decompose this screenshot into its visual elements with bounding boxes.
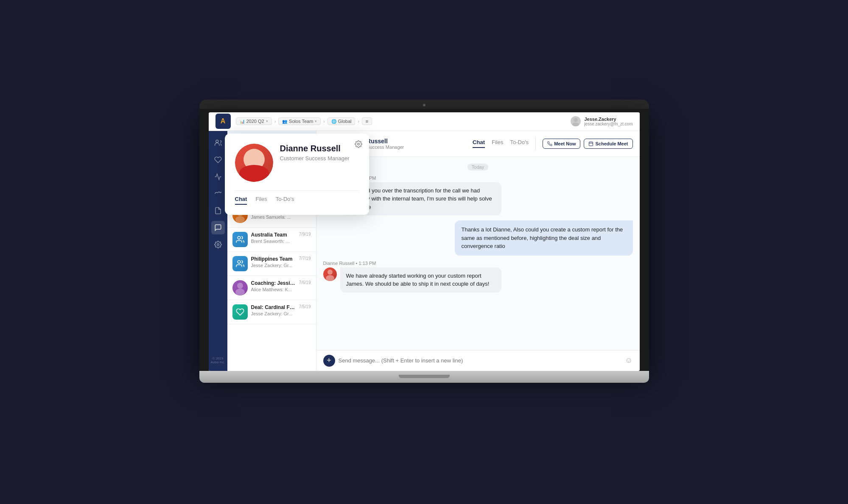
laptop-base <box>199 371 649 383</box>
conv-avatar <box>232 304 248 320</box>
conv-avatar <box>232 232 248 247</box>
breadcrumb-team[interactable]: 👥 Solos Team ▾ <box>278 117 321 125</box>
svg-point-7 <box>235 216 245 223</box>
svg-point-2 <box>215 140 218 142</box>
laptop-notch <box>399 375 450 378</box>
meet-now-button[interactable]: Meet Now <box>543 139 580 149</box>
profile-card-inner: Dianne Russell Customer Success Manager <box>235 144 359 182</box>
app-logo: A <box>215 114 231 129</box>
user-avatar-top <box>571 116 581 126</box>
top-bar: A 📊 2020 Q2 ▾ › 👥 Solos Team ▾ › <box>209 112 640 131</box>
sidebar-footer: © 2019 Aviso Inc. <box>209 355 227 366</box>
conv-item-australia[interactable]: Australia Team Brent Seaworth: ... 7/9/1… <box>227 228 316 252</box>
nav-icon-deals[interactable] <box>211 153 225 167</box>
breadcrumb-q2[interactable]: 📊 2020 Q2 ▾ <box>236 117 272 125</box>
sidebar-nav: © 2019 Aviso Inc. <box>209 131 227 371</box>
nav-icon-chat[interactable] <box>211 221 225 234</box>
svg-point-8 <box>238 236 241 239</box>
date-divider: Today <box>467 164 488 170</box>
msg-sender-label-3: Dianne Russell • 1:13 PM We have already… <box>323 261 633 292</box>
svg-point-3 <box>217 243 219 245</box>
svg-point-22 <box>357 143 359 145</box>
profile-tab-files[interactable]: Files <box>255 196 267 205</box>
conv-avatar <box>232 280 248 295</box>
breadcrumb: 📊 2020 Q2 ▾ › 👥 Solos Team ▾ › 🌐 Global <box>236 117 372 125</box>
conv-item-philippines[interactable]: Philippines Team Jesse Zackery: Gr... 7/… <box>227 252 316 276</box>
profile-card-tabs: Chat Files To-Do's <box>235 190 359 205</box>
schedule-meet-button[interactable]: Schedule Meet <box>584 139 633 149</box>
camera <box>423 104 425 106</box>
conv-avatar <box>232 256 248 271</box>
tab-files[interactable]: Files <box>492 139 503 148</box>
breadcrumb-global[interactable]: 🌐 Global <box>327 117 355 125</box>
svg-point-9 <box>238 260 241 263</box>
nav-icon-chart[interactable] <box>211 170 225 184</box>
message-3: We have already started working on your … <box>323 267 633 292</box>
top-bar-right: Jesse.Zackery jesse.zackery@fn_zt.com <box>571 116 633 126</box>
message-input[interactable] <box>339 357 622 364</box>
profile-tab-todos[interactable]: To-Do's <box>276 196 294 205</box>
message-2: Thanks a lot Dianne, Also could you crea… <box>323 220 633 256</box>
tab-todos[interactable]: To-Do's <box>510 139 529 148</box>
message-1: I will send you over the transcription f… <box>323 182 633 216</box>
profile-card: Dianne Russell Customer Success Manager … <box>225 134 369 215</box>
svg-point-10 <box>237 283 243 289</box>
msg-avatar-3 <box>323 267 337 281</box>
chat-header-tabs: Chat Files To-Do's <box>473 139 529 148</box>
svg-rect-14 <box>589 142 593 146</box>
msg-bubble-2: Thanks a lot Dianne, Also could you crea… <box>455 220 633 256</box>
conv-item-jessica[interactable]: Coaching: Jessica Bing... Alice Matthews… <box>227 276 316 300</box>
add-attachment-button[interactable]: + <box>323 355 335 367</box>
chat-header-actions: Chat Files To-Do's Meet Now <box>473 137 633 150</box>
msg-bubble-3: We have already started working on your … <box>340 267 501 292</box>
user-info-top: Jesse.Zackery jesse.zackery@fn_zt.com <box>584 117 633 126</box>
svg-point-20 <box>327 270 333 275</box>
svg-point-11 <box>235 289 245 295</box>
svg-point-21 <box>326 275 334 281</box>
emoji-button[interactable]: ☺ <box>625 356 633 365</box>
nav-icon-people[interactable] <box>211 136 225 150</box>
nav-icon-docs[interactable] <box>211 204 225 217</box>
profile-photo <box>235 144 273 182</box>
breadcrumb-more[interactable]: ≡ <box>362 117 372 125</box>
msg-sender-label-1: Dianne Russell • 1:13 PM I will send you… <box>323 175 633 216</box>
profile-info: Dianne Russell Customer Success Manager <box>280 144 350 162</box>
svg-point-1 <box>572 123 579 126</box>
nav-icon-wave[interactable] <box>211 187 225 200</box>
tab-chat[interactable]: Chat <box>473 139 485 148</box>
nav-icon-settings[interactable] <box>211 238 225 251</box>
profile-settings-icon[interactable] <box>355 140 362 150</box>
svg-point-0 <box>574 118 578 122</box>
conv-item-cardinal[interactable]: Deal: Cardinal Financial Jesse Zackery: … <box>227 300 316 324</box>
profile-tab-chat[interactable]: Chat <box>235 196 247 205</box>
message-input-area: + ☺ <box>316 350 640 371</box>
